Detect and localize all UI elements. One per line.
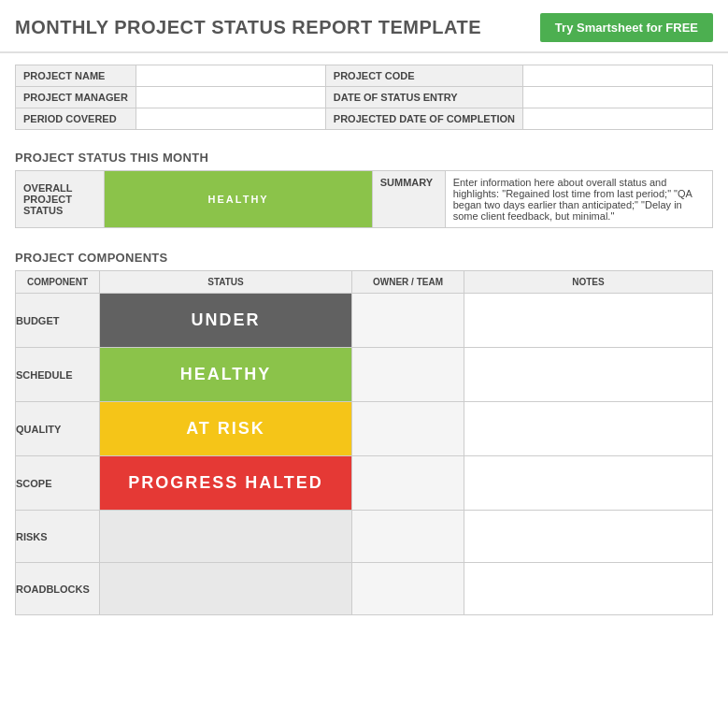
info-left-value: [136, 108, 325, 130]
info-left-label: PERIOD COVERED: [16, 108, 136, 130]
component-status-value: [100, 519, 351, 553]
info-left-value: [136, 87, 325, 108]
col-status: STATUS: [100, 271, 352, 294]
info-left-value: [136, 65, 325, 87]
component-label: ROADBLOCKS: [16, 563, 100, 615]
component-notes: [464, 402, 713, 456]
page-header: MONTHLY PROJECT STATUS REPORT TEMPLATE T…: [0, 0, 728, 53]
component-owner: [352, 511, 464, 563]
info-row: PROJECT NAME PROJECT CODE: [16, 65, 713, 87]
component-notes: [464, 456, 713, 511]
info-right-label: PROJECTED DATE OF COMPLETION: [325, 108, 522, 130]
component-row: SCOPE PROGRESS HALTED: [16, 456, 713, 511]
component-notes: [464, 348, 713, 402]
component-notes: [464, 563, 713, 615]
components-section-title: PROJECT COMPONENTS: [0, 241, 728, 270]
info-right-value: [522, 87, 712, 108]
component-label: SCOPE: [16, 456, 100, 511]
status-section-title: PROJECT STATUS THIS MONTH: [0, 141, 728, 170]
component-status-value: AT RISK: [100, 402, 351, 455]
components-header-row: COMPONENT STATUS OWNER / TEAM NOTES: [16, 271, 713, 294]
component-owner: [352, 294, 464, 348]
info-left-label: PROJECT MANAGER: [16, 87, 136, 108]
component-row: QUALITY AT RISK: [16, 402, 713, 456]
status-table: OVERALL PROJECT STATUS HEALTHY SUMMARY E…: [15, 170, 713, 228]
component-label: SCHEDULE: [16, 348, 100, 402]
component-status-cell: PROGRESS HALTED: [100, 456, 352, 511]
component-status-value: UNDER: [100, 294, 351, 347]
component-status-cell: [100, 563, 352, 615]
overall-status-value: HEALTHY: [105, 171, 372, 228]
component-owner: [352, 348, 464, 402]
info-right-label: DATE OF STATUS ENTRY: [325, 87, 522, 108]
page-title: MONTHLY PROJECT STATUS REPORT TEMPLATE: [15, 17, 481, 38]
component-owner: [352, 456, 464, 511]
component-status-cell: HEALTHY: [100, 348, 352, 402]
component-owner: [352, 563, 464, 615]
component-label: RISKS: [16, 511, 100, 563]
status-row: OVERALL PROJECT STATUS HEALTHY SUMMARY E…: [16, 171, 713, 228]
component-notes: [464, 511, 713, 563]
component-status-value: [100, 571, 351, 605]
component-owner: [352, 402, 464, 456]
info-left-label: PROJECT NAME: [16, 65, 136, 87]
cta-button[interactable]: Try Smartsheet for FREE: [540, 13, 713, 42]
component-notes: [464, 294, 713, 348]
component-status-cell: AT RISK: [100, 402, 352, 456]
component-status-value: HEALTHY: [100, 348, 351, 401]
col-owner: OWNER / TEAM: [352, 271, 464, 294]
component-label: QUALITY: [16, 402, 100, 456]
component-label: BUDGET: [16, 294, 100, 348]
components-table: COMPONENT STATUS OWNER / TEAM NOTES BUDG…: [15, 270, 713, 615]
info-table: PROJECT NAME PROJECT CODE PROJECT MANAGE…: [15, 65, 713, 130]
component-status-cell: UNDER: [100, 294, 352, 348]
component-row: SCHEDULE HEALTHY: [16, 348, 713, 402]
summary-label: SUMMARY: [372, 171, 445, 228]
component-row: ROADBLOCKS: [16, 563, 713, 615]
col-component: COMPONENT: [16, 271, 100, 294]
component-row: BUDGET UNDER: [16, 294, 713, 348]
component-row: RISKS: [16, 511, 713, 563]
info-row: PERIOD COVERED PROJECTED DATE OF COMPLET…: [16, 108, 713, 130]
component-status-cell: [100, 511, 352, 563]
info-right-value: [522, 108, 712, 130]
info-row: PROJECT MANAGER DATE OF STATUS ENTRY: [16, 87, 713, 108]
component-status-value: PROGRESS HALTED: [100, 456, 351, 510]
overall-status-label: OVERALL PROJECT STATUS: [16, 171, 105, 228]
info-right-value: [522, 65, 712, 87]
col-notes: NOTES: [464, 271, 713, 294]
info-right-label: PROJECT CODE: [325, 65, 522, 87]
summary-text: Enter information here about overall sta…: [445, 171, 712, 228]
